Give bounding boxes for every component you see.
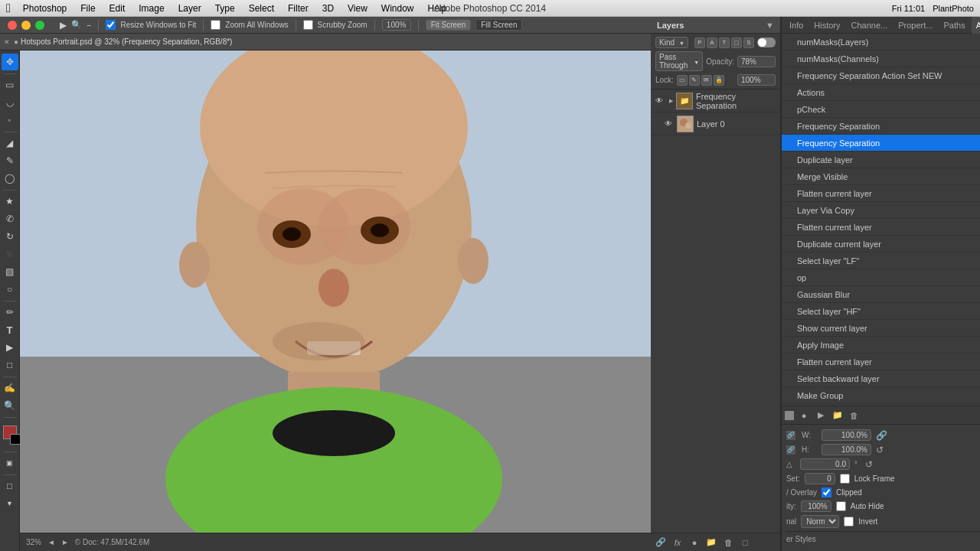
toolbar-search-icon[interactable]: 🔍 xyxy=(71,20,82,30)
action-item-16[interactable]: Select layer "HF" xyxy=(782,303,980,320)
lock-position-icon[interactable]: ✉ xyxy=(701,75,712,86)
tab-properties[interactable]: Propert... xyxy=(893,17,937,34)
layer-item-0[interactable]: 👁 Layer 0 xyxy=(651,112,780,135)
layer-expand-btn[interactable] xyxy=(668,97,673,104)
extra-tools-icon[interactable]: ▼ xyxy=(2,495,18,512)
apple-menu[interactable]:  xyxy=(6,2,11,15)
menu-image[interactable]: Image xyxy=(134,3,168,14)
zoom-all-checkbox[interactable] xyxy=(211,20,220,30)
menu-view[interactable]: View xyxy=(343,3,372,14)
tab-info[interactable]: Info xyxy=(785,17,808,34)
blend-select[interactable]: Normal xyxy=(801,515,839,528)
fill-input[interactable] xyxy=(737,74,776,86)
auto-hide-checkbox[interactable] xyxy=(836,501,846,511)
lock-all-icon[interactable]: 🔒 xyxy=(714,75,724,86)
tab-paths[interactable]: Paths xyxy=(939,17,970,34)
menu-filter[interactable]: Filter xyxy=(283,3,313,14)
filter-adjust-icon[interactable]: A xyxy=(707,37,717,48)
brush-tool[interactable]: ★ xyxy=(2,193,18,210)
action-item-6[interactable]: Frequency Separation xyxy=(782,135,980,152)
eyedropper-tool[interactable]: ✎ xyxy=(2,152,18,169)
gradient-tool[interactable]: ▧ xyxy=(2,263,18,280)
reset-icon[interactable]: ↺ xyxy=(876,445,884,455)
minimize-button[interactable] xyxy=(21,21,31,30)
fit-screen-button[interactable]: Fit Screen xyxy=(426,19,472,31)
new-layer-btn[interactable]: □ xyxy=(738,536,752,549)
menu-photoshop[interactable]: Photoshop xyxy=(18,3,71,14)
text-tool[interactable]: T xyxy=(2,321,18,338)
statusbar-icon[interactable]: ◄ xyxy=(47,538,55,546)
angle-input[interactable] xyxy=(800,458,850,470)
quick-select-tool[interactable]: ◦ xyxy=(2,112,18,129)
statusbar-icon2[interactable]: ► xyxy=(61,538,69,546)
menu-file[interactable]: File xyxy=(76,3,100,14)
link-layers-btn[interactable]: 🔗 xyxy=(654,536,668,549)
action-item-4[interactable]: pCheck xyxy=(782,101,980,118)
color-swatches[interactable] xyxy=(1,423,19,446)
zoom-tool[interactable]: 🔍 xyxy=(2,397,18,414)
close-button[interactable] xyxy=(8,21,17,30)
action-item-17[interactable]: Show current layer xyxy=(782,320,980,337)
kind-dropdown[interactable]: Kind xyxy=(655,37,688,48)
lock-frame-checkbox[interactable] xyxy=(840,474,850,484)
w-input[interactable] xyxy=(822,429,871,441)
layer-visibility-btn[interactable]: 👁 xyxy=(654,96,665,106)
doctab-close[interactable]: ✕ xyxy=(4,38,10,46)
menu-window[interactable]: Window xyxy=(377,3,419,14)
opacity-input2[interactable] xyxy=(801,500,831,512)
shape-tool[interactable]: □ xyxy=(2,357,18,373)
layer-visibility-btn-0[interactable]: 👁 xyxy=(663,119,674,129)
menu-3d[interactable]: 3D xyxy=(318,3,338,14)
action-item-8[interactable]: Merge Visible xyxy=(782,168,980,185)
play-btn[interactable]: ▶ xyxy=(814,409,828,422)
action-item-20[interactable]: Select backward layer xyxy=(782,370,980,387)
layer-item-frequency-sep[interactable]: 👁 📁 Frequency Separation xyxy=(651,90,780,112)
action-item-15[interactable]: Gaussian Blur xyxy=(782,286,980,303)
lock-paint-icon[interactable]: ✎ xyxy=(689,75,700,86)
action-item-1[interactable]: numMasks(Channels) xyxy=(782,51,980,67)
lasso-tool[interactable]: ◡ xyxy=(2,94,18,111)
screen-mode-icon[interactable]: □ xyxy=(2,478,18,494)
background-color[interactable] xyxy=(10,434,21,445)
tab-history[interactable]: History xyxy=(809,17,844,34)
menu-select[interactable]: Select xyxy=(244,3,279,14)
toolbar-zoom-out-icon[interactable]: − xyxy=(87,21,91,30)
new-fill-btn[interactable]: ● xyxy=(688,536,701,549)
action-item-2[interactable]: Frequency Separation Action Set NEW xyxy=(782,67,980,84)
new-set-btn[interactable]: 📁 xyxy=(831,409,844,422)
eraser-tool[interactable]: ◾ xyxy=(2,246,18,262)
action-item-19[interactable]: Flatten current layer xyxy=(782,354,980,370)
filter-shape-icon[interactable]: □ xyxy=(731,37,742,48)
menu-layer[interactable]: Layer xyxy=(174,3,206,14)
zoom-input[interactable] xyxy=(382,19,411,31)
toolbar-arrow-icon[interactable]: ▶ xyxy=(60,20,67,31)
set-input[interactable] xyxy=(805,473,835,484)
action-item-18[interactable]: Apply Image xyxy=(782,337,980,354)
healing-brush-tool[interactable]: ◯ xyxy=(2,170,18,187)
tab-actions[interactable]: Actions xyxy=(972,17,980,34)
filter-text-icon[interactable]: T xyxy=(719,37,730,48)
move-tool[interactable]: ✥ xyxy=(2,54,18,70)
action-item-9[interactable]: Flatten current layer xyxy=(782,185,980,202)
stop-btn[interactable] xyxy=(785,411,794,420)
action-item-12[interactable]: Duplicate current layer xyxy=(782,236,980,253)
action-item-0[interactable]: numMasks(Layers) xyxy=(782,34,980,51)
fill-screen-button[interactable]: Fill Screen xyxy=(475,19,522,31)
pen-tool[interactable]: ✏ xyxy=(2,304,18,321)
action-item-7[interactable]: Duplicate layer xyxy=(782,152,980,168)
action-item-10[interactable]: Layer Via Copy xyxy=(782,202,980,219)
menu-edit[interactable]: Edit xyxy=(105,3,130,14)
action-item-14[interactable]: op xyxy=(782,269,980,286)
invert-checkbox[interactable] xyxy=(844,517,854,527)
filter-toggle[interactable] xyxy=(757,37,776,47)
path-select-tool[interactable]: ▶ xyxy=(2,339,18,356)
tab-channels[interactable]: Channe... xyxy=(847,17,893,34)
link-icon[interactable]: 🔗 xyxy=(876,430,887,441)
marquee-tool[interactable]: ▭ xyxy=(2,77,18,93)
clone-stamp-tool[interactable]: ✆ xyxy=(2,210,18,227)
hand-tool[interactable]: ✍ xyxy=(2,380,18,396)
delete-action-btn[interactable]: 🗑 xyxy=(848,409,861,422)
lock-transparent-icon[interactable]: ▭ xyxy=(677,75,688,86)
action-item-21[interactable]: Make Group xyxy=(782,387,980,404)
angle-reset-icon[interactable]: ↺ xyxy=(865,459,873,470)
